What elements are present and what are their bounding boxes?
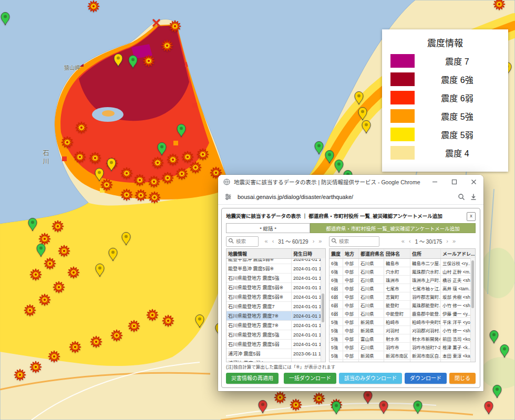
map-marker-burst[interactable] xyxy=(51,219,65,234)
quake-list-row[interactable]: 石川県能登地方 震度5弱※2024-01-01 16: xyxy=(226,283,325,292)
municipality-row[interactable]: 6弱中部石川県中能登町鹿島郡中能登...伊藤 優一 <y... xyxy=(329,309,475,318)
municipality-table-scrollbar[interactable] xyxy=(470,258,475,362)
map-marker-burst[interactable] xyxy=(120,188,133,203)
map-marker-x[interactable] xyxy=(152,18,166,33)
window-maximize-button[interactable] xyxy=(446,175,462,189)
map-marker-burst[interactable] xyxy=(312,392,326,406)
search-url-icon[interactable] xyxy=(458,193,465,201)
municipality-row[interactable]: 6弱中部石川県能登町鳳珠郡能登町...小竹 修一 <sh... xyxy=(329,301,475,309)
matching-download-button[interactable]: 該当のみダウンロード xyxy=(339,373,402,384)
map-marker-burst[interactable] xyxy=(133,173,147,188)
map-marker-burst[interactable] xyxy=(147,175,161,190)
tab-municipality-list[interactable]: 都道府県・市町村役所 一覧_被災確認アンケートメール追加 xyxy=(310,223,476,233)
pager-next-button[interactable]: › xyxy=(313,238,315,244)
pager-last-button[interactable]: » xyxy=(452,238,456,244)
map-marker-pin-green[interactable] xyxy=(128,54,141,68)
map-marker-burst[interactable] xyxy=(38,293,52,308)
map-marker-pin-red[interactable] xyxy=(363,389,376,404)
quake-list-row[interactable]: 浦河沖 震度5弱2023-06-11 18: xyxy=(226,349,325,359)
map-marker-pin-red[interactable] xyxy=(483,400,497,414)
municipality-row[interactable]: 6弱中部石川県七尾市七尾市袖ヶ江...高井 瑛 <tam... xyxy=(329,284,475,292)
municipality-row[interactable]: 5強中部新潟県新潟市南区新潟市南区白...本田 東淳 <ka... xyxy=(329,351,475,360)
dialog-close-button[interactable]: x xyxy=(467,212,476,221)
municipality-row[interactable]: 6強中部石川県輪島市輪島市二ツ屋...三保谷枝 <ry... xyxy=(329,259,475,267)
scrollbar-thumb[interactable] xyxy=(322,293,324,322)
map-marker-pin-red[interactable] xyxy=(258,398,271,413)
map-marker-pin-yellow[interactable] xyxy=(354,90,367,104)
quake-list-row[interactable]: 浦河沖 震度5弱※2023-06-11 18: xyxy=(226,359,325,362)
map-marker-burst[interactable] xyxy=(148,191,161,205)
quake-list-row[interactable]: 能登半島沖 震度5弱※2024-01-01 18: xyxy=(226,264,325,274)
map-marker-burst[interactable] xyxy=(67,266,80,280)
map-marker-burst[interactable] xyxy=(87,0,100,14)
quake-list-row[interactable]: 石川県能登地方 震度5強2024-01-01 16: xyxy=(226,330,325,340)
municipality-row[interactable]: 5強中部富山県射水市射水市新開発4...前田 浩司 <koj... xyxy=(329,334,475,343)
map-marker-pin-red[interactable] xyxy=(378,399,392,414)
map-marker-burst[interactable] xyxy=(110,329,123,343)
pager-prev-button[interactable]: ‹ xyxy=(409,238,411,244)
municipality-row[interactable]: 6強中部石川県珠洲市珠洲市上戸町...橋谷 正夫 <sh... xyxy=(329,276,475,284)
map-marker-burst[interactable] xyxy=(47,350,61,364)
map-marker-burst[interactable] xyxy=(492,0,506,12)
download-button[interactable]: ダウンロード xyxy=(405,373,447,384)
map-marker-burst[interactable] xyxy=(120,166,133,181)
quake-list-row[interactable]: 石川県能登地方 震度5弱※2024-01-01 16: xyxy=(226,292,325,302)
municipality-row[interactable]: 5強中部新潟県新潟市西区新潟市西区寺...青祥 美香 <ka... xyxy=(329,360,475,362)
window-titlebar[interactable]: 地震災害に該当するデータの表示 | 防災情報提供サービス - Google Ch… xyxy=(218,175,483,189)
map-marker-burst[interactable] xyxy=(52,280,66,295)
map-marker-pin-green[interactable] xyxy=(36,242,49,257)
municipality-row[interactable]: 6強中部石川県穴水町鳳珠郡穴水町...山村 正幹 <m... xyxy=(329,267,475,276)
map-marker-pin-green[interactable] xyxy=(499,343,513,358)
map-marker-pin-green[interactable] xyxy=(331,400,345,414)
map-marker-pin-yellow[interactable] xyxy=(357,106,371,120)
municipality-row[interactable]: 6弱中部石川県志賀町羽咋郡志賀町...坂部 秀樹 <sh... xyxy=(329,292,475,301)
map-marker-pin-yellow[interactable] xyxy=(94,166,108,181)
map-marker-burst[interactable] xyxy=(29,360,43,375)
map-marker-burst[interactable] xyxy=(13,368,27,383)
map-marker-pin-yellow[interactable] xyxy=(113,52,127,67)
url-input[interactable] xyxy=(236,193,453,201)
download-icon[interactable] xyxy=(470,193,477,201)
quake-list-row[interactable]: 能登半島沖 震度5弱※2024-01-01 18: xyxy=(226,259,325,264)
quake-list-row[interactable]: 石川県能登地方 震度72024-01-01 16: xyxy=(226,302,325,311)
map-marker-burst[interactable] xyxy=(168,19,182,34)
map-marker-burst[interactable] xyxy=(160,39,174,54)
reapply-disaster-button[interactable]: 災害情報の再適用 xyxy=(226,373,279,384)
map-marker-burst[interactable] xyxy=(161,171,174,186)
map-marker-pin-green[interactable] xyxy=(176,122,190,137)
map-marker-burst[interactable] xyxy=(43,257,57,271)
map-marker-burst[interactable] xyxy=(75,121,88,135)
map-marker-pin-green[interactable] xyxy=(27,216,41,231)
map-marker-pin-yellow[interactable] xyxy=(95,262,108,277)
map-marker-burst[interactable] xyxy=(29,268,43,282)
map-marker-burst[interactable] xyxy=(161,314,175,329)
map-marker-pin-green[interactable] xyxy=(489,329,502,343)
map-marker-pin-yellow[interactable] xyxy=(194,313,208,328)
pager-first-button[interactable]: « xyxy=(401,238,405,244)
map-marker-pin-green[interactable] xyxy=(492,383,506,398)
window-close-button[interactable] xyxy=(466,175,481,189)
map-marker-burst[interactable] xyxy=(60,135,74,150)
pager-next-button[interactable]: › xyxy=(446,238,448,244)
pager-first-button[interactable]: « xyxy=(265,238,268,244)
map-marker-burst[interactable] xyxy=(151,156,164,171)
map-marker-pin-yellow[interactable] xyxy=(106,156,120,171)
map-marker-pin-green[interactable] xyxy=(413,399,426,414)
map-marker-burst[interactable] xyxy=(134,188,148,203)
map-marker-pin-yellow[interactable] xyxy=(121,230,135,245)
municipality-row[interactable]: 5強中部新潟県柏崎市柏崎市中央町5...平床 洋平 <yo... xyxy=(329,318,475,326)
quake-list-row[interactable]: 石川県能登地方 震度7※2024-01-01 16: xyxy=(226,321,325,330)
map-marker-burst[interactable] xyxy=(189,161,202,175)
map-marker-burst[interactable] xyxy=(88,151,102,166)
site-info-icon[interactable] xyxy=(224,193,232,201)
map-marker-burst[interactable] xyxy=(196,148,210,162)
scrollbar-thumb[interactable] xyxy=(471,260,474,308)
map-marker-burst[interactable] xyxy=(175,167,189,182)
map-marker-pin-yellow[interactable] xyxy=(108,246,121,261)
quake-list-row[interactable]: 石川県能登地方 震度5弱2024-01-01 16: xyxy=(226,340,325,349)
map-marker-burst[interactable] xyxy=(127,319,141,334)
quake-list-row[interactable]: 石川県能登地方 震度7※2024-01-01 16: xyxy=(226,311,325,321)
quake-list-row[interactable]: 石川県能登地方 震度5強2024-01-01 16: xyxy=(226,274,325,283)
municipality-row[interactable]: 5強中部石川県羽咋市羽咋市旭町7-2...椎津 薫子 <k... xyxy=(329,343,475,351)
tab-summary[interactable]: * 総括 * xyxy=(226,223,310,233)
